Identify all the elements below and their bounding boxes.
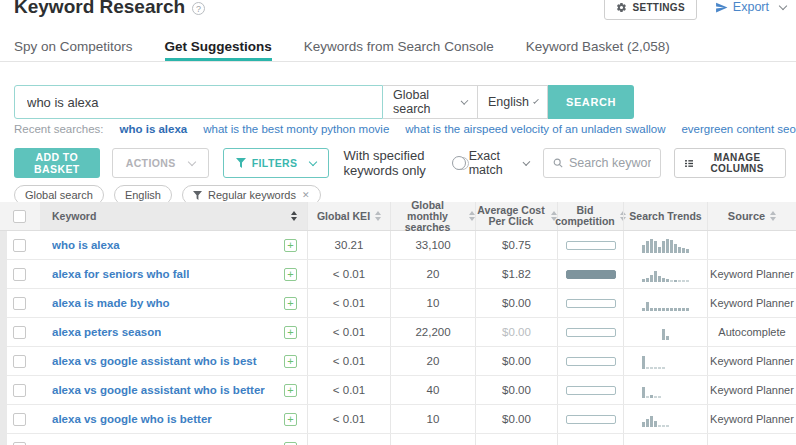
add-keyword-icon[interactable]: + [284,384,297,397]
exact-match-dropdown[interactable]: Exact match [469,149,529,177]
cpc-cell [475,434,557,445]
recent-search-link[interactable]: evergreen content seo [681,123,795,135]
monthly-searches-cell: 10 [390,405,475,433]
row-checkbox[interactable] [13,326,26,339]
column-header-cpc[interactable]: Average Cost Per Click [475,202,557,230]
funnel-icon [193,191,202,200]
tab-get-suggestions[interactable]: Get Suggestions [165,34,272,61]
global-kei-cell [307,434,390,445]
table-row: alexa vs google who is better + < 0.01 1… [0,405,796,434]
bid-competition-bar [566,415,616,424]
export-button[interactable]: Export [715,0,786,14]
chevron-down-icon [523,158,531,166]
keyword-link[interactable]: alexa peters season [52,326,161,338]
row-checkbox[interactable] [13,268,26,281]
keyword-link[interactable]: alexa is made by who [52,297,170,309]
manage-columns-button[interactable]: MANAGE COLUMNS [674,148,786,178]
tab-keyword-basket-2-058[interactable]: Keyword Basket (2,058) [526,34,670,61]
sort-icon [291,211,297,221]
column-header-source[interactable]: Source [707,202,796,230]
keyword-link[interactable]: who is alexa [52,239,120,251]
global-kei-cell: < 0.01 [307,405,390,433]
region-select[interactable]: Global search [383,85,478,119]
chevron-down-icon [533,98,539,104]
table-header: Keyword Global KEI Global monthly search… [0,202,796,231]
row-checkbox[interactable] [13,384,26,397]
filters-button[interactable]: FILTERS [223,148,329,178]
keyword-link[interactable]: alexa vs google assistant who is best [52,355,257,367]
monthly-searches-cell: 40 [390,376,475,404]
bid-competition-bar [566,386,616,395]
column-header-bid-competition[interactable]: Bid competition [557,202,623,230]
keyword-link[interactable]: alexa for seniors who fall [52,268,189,280]
keyword-link[interactable]: alexa vs google who is better [52,413,212,425]
add-keyword-icon[interactable]: + [284,413,297,426]
recent-searches-label: Recent searches: [14,123,104,135]
search-trends-chart [642,266,689,282]
settings-button[interactable]: SETTINGS [604,0,696,20]
language-value: English [488,95,529,109]
monthly-searches-cell: 22,200 [390,318,475,346]
global-kei-cell: < 0.01 [307,318,390,346]
chip-label: Global search [25,189,93,201]
chevron-down-icon [461,97,469,105]
keyword-query-input[interactable] [14,85,383,119]
row-checkbox[interactable] [13,442,26,445]
tab-spy-on-competitors[interactable]: Spy on Competitors [14,34,133,61]
recent-search-link[interactable]: what is the best monty python movie [203,123,389,135]
vertical-scrollbar[interactable] [0,231,7,445]
export-icon [715,1,728,14]
actions-button[interactable]: ACTIONS [112,148,209,178]
add-keyword-icon[interactable]: + [284,355,297,368]
add-keyword-icon[interactable]: + [284,326,297,339]
region-value: Global search [393,88,456,116]
search-trends-chart [642,411,689,427]
search-icon [553,157,563,169]
source-cell: Keyword Planner [707,289,796,317]
global-kei-cell: < 0.01 [307,260,390,288]
add-keyword-icon[interactable]: + [284,239,297,252]
table-search-input[interactable] [569,156,651,170]
add-keyword-icon[interactable]: + [284,268,297,281]
row-checkbox[interactable] [13,239,26,252]
recent-search-link[interactable]: what is the airspeed velocity of an unla… [405,123,665,135]
toggle-knob [452,156,466,170]
monthly-searches-cell: 20 [390,260,475,288]
chevron-down-icon [308,158,316,166]
add-keyword-icon[interactable] [284,442,297,445]
keyword-link[interactable]: alexa vs google assistant who is better [52,384,265,396]
sort-icon [375,211,381,221]
source-cell: Keyword Planner [707,405,796,433]
table-toolbar: ADD TO BASKET ACTIONS FILTERS With speci… [14,148,786,178]
page-title: Keyword Research [14,0,185,18]
row-checkbox[interactable] [13,297,26,310]
table-row: alexa is made by who + < 0.01 10 $0.00 K… [0,289,796,318]
row-checkbox[interactable] [13,413,26,426]
cpc-cell: $0.00 [475,347,557,375]
chip-label: English [125,189,161,201]
add-to-basket-button[interactable]: ADD TO BASKET [14,148,100,178]
row-checkbox[interactable] [13,355,26,368]
bid-competition-bar [566,328,616,337]
specified-keywords-toggle[interactable] [453,157,468,170]
search-trends-chart [642,237,689,253]
search-button[interactable]: SEARCH [548,85,634,119]
language-select[interactable]: English [478,85,548,119]
recent-search-link[interactable]: who is alexa [120,123,188,135]
source-cell: Autocomplete [707,318,796,346]
table-row [0,434,796,445]
source-cell [707,434,796,445]
source-cell: Keyword Planner [707,376,796,404]
column-header-keyword[interactable]: Keyword [40,202,307,230]
select-all-checkbox[interactable] [13,210,26,223]
cpc-cell: $0.00 [475,289,557,317]
add-keyword-icon[interactable]: + [284,297,297,310]
chip-close-icon[interactable]: ✕ [302,190,310,200]
source-cell [707,231,796,259]
column-header-monthly-searches[interactable]: Global monthly searches [390,202,475,230]
help-icon[interactable]: ? [192,2,205,15]
column-header-global-kei[interactable]: Global KEI [307,202,390,230]
manage-columns-label: MANAGE COLUMNS [699,152,775,174]
global-kei-cell: < 0.01 [307,376,390,404]
tab-keywords-from-search-console[interactable]: Keywords from Search Console [304,34,494,61]
